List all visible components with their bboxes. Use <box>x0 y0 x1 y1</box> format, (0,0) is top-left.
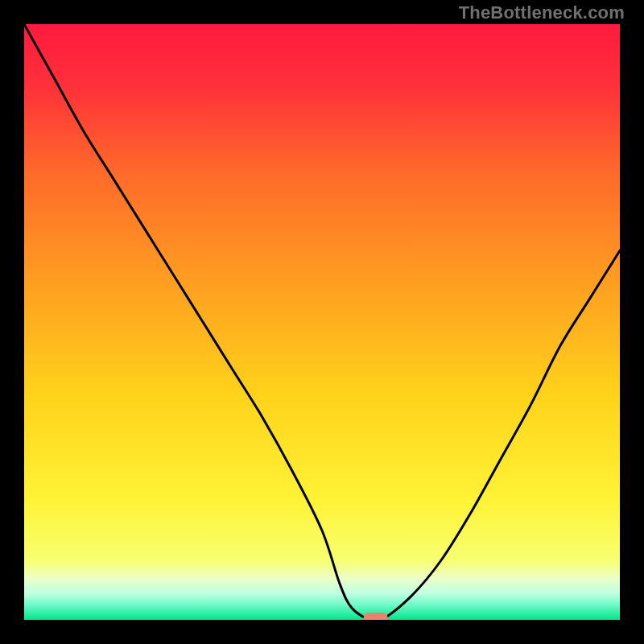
plot-area <box>24 24 620 620</box>
bottleneck-curve-chart <box>24 24 620 620</box>
optimal-marker <box>364 613 388 620</box>
watermark-text: TheBottleneck.com <box>459 2 625 23</box>
chart-frame: TheBottleneck.com <box>0 0 644 644</box>
